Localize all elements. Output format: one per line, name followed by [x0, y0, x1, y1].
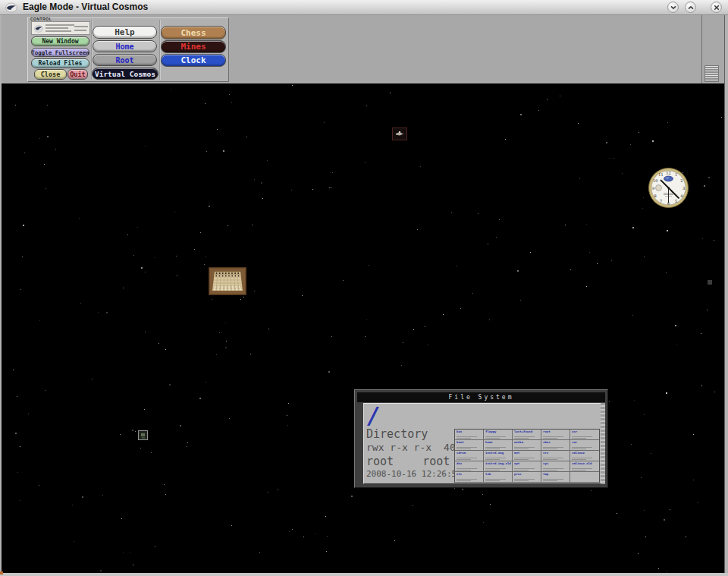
- directory-entry-cell[interactable]: root: [541, 430, 570, 440]
- star: [721, 117, 722, 118]
- close-window-button[interactable]: [711, 2, 722, 13]
- directory-entry-name: initrd.img: [485, 452, 511, 455]
- star: [20, 289, 21, 290]
- star: [246, 137, 247, 137]
- star: [642, 208, 643, 209]
- star: [121, 518, 122, 519]
- directory-entry-cell[interactable]: usr: [570, 430, 599, 440]
- star: [597, 263, 598, 264]
- window-border-right[interactable]: [724, 15, 728, 574]
- star: [199, 398, 201, 399]
- star: [520, 114, 522, 115]
- owner-value: root: [366, 455, 394, 468]
- minimize-button[interactable]: [667, 2, 679, 13]
- reload-files-button[interactable]: Reload Files: [31, 58, 89, 68]
- directory-entry-cell[interactable]: etc: [455, 472, 484, 483]
- virtual-cosmos-button[interactable]: Virtual Cosmos: [92, 68, 158, 80]
- star: [187, 446, 187, 447]
- resize-grip[interactable]: [704, 65, 719, 82]
- window-titlebar[interactable]: Eagle Mode - Virtual Cosmos: [0, 0, 728, 15]
- spaceship-thumbnail[interactable]: [392, 127, 407, 140]
- clock-numeral: 10: [653, 178, 657, 183]
- directory-entry-cell[interactable]: bin: [455, 430, 484, 440]
- star: [145, 332, 146, 332]
- mines-button[interactable]: Mines: [161, 40, 226, 53]
- directory-entry-name: lost+found: [514, 430, 540, 433]
- directory-entry-cell[interactable]: floppy: [484, 430, 513, 440]
- directory-entry-cell[interactable]: initrd.img.old: [484, 461, 513, 472]
- directory-entry-cell[interactable]: proc: [513, 472, 541, 483]
- about-thumbnail[interactable]: [31, 21, 90, 35]
- home-button[interactable]: Home: [93, 40, 157, 52]
- entry-detail-bar: [514, 479, 535, 480]
- directory-entry-cell[interactable]: sbin: [541, 440, 570, 451]
- star: [240, 299, 241, 300]
- clock-numeral: 11: [658, 172, 663, 177]
- file-permissions-line: rwx r-x r-x4096: [366, 442, 467, 453]
- directory-entry-cell[interactable]: opt: [513, 461, 541, 472]
- star: [714, 392, 715, 392]
- star: [693, 480, 694, 480]
- clock-button[interactable]: Clock: [161, 54, 226, 67]
- new-window-button[interactable]: New Window: [31, 36, 89, 46]
- star: [366, 319, 367, 320]
- directory-entry-cell[interactable]: initrd.img: [484, 451, 513, 461]
- directory-entry-cell[interactable]: tmp: [541, 472, 570, 483]
- directory-entry-name: srv: [543, 452, 569, 455]
- star: [666, 392, 667, 394]
- file-system-panel-title: File System: [357, 392, 605, 402]
- star: [155, 257, 155, 258]
- directory-entry-cell[interactable]: vmlinuz.old: [570, 461, 599, 472]
- star: [634, 400, 635, 401]
- chess-button[interactable]: Chess: [161, 26, 226, 39]
- resize-corner[interactable]: [0, 571, 3, 574]
- distant-object[interactable]: [708, 280, 712, 285]
- star: [708, 177, 710, 178]
- entry-detail-bar: [514, 438, 529, 439]
- directory-entry-cell[interactable]: vmlinuz: [570, 451, 599, 461]
- maximize-button[interactable]: [685, 2, 696, 13]
- quit-button[interactable]: Quit: [67, 69, 88, 80]
- entry-detail-bar: [457, 436, 477, 437]
- entry-detail-bar: [485, 470, 500, 471]
- star: [303, 537, 304, 537]
- file-system-panel-body[interactable]: / Directory rwx r-x r-x4096 rootroot 200…: [363, 403, 601, 484]
- chess-board-thumbnail[interactable]: [209, 267, 246, 298]
- entry-detail-bar: [543, 436, 563, 437]
- directory-entry-cell[interactable]: dev: [455, 461, 484, 472]
- about-text-bar: [46, 30, 71, 32]
- close-button[interactable]: Close: [34, 69, 67, 80]
- mini-widget-thumbnail[interactable]: [138, 430, 148, 440]
- star: [176, 256, 177, 257]
- cosmos-viewport[interactable]: 12 1 2 3 4 5 6 7 8 9 10 11: [2, 83, 723, 573]
- star: [589, 252, 590, 253]
- directory-entry-cell[interactable]: mnt: [513, 451, 541, 461]
- star: [403, 342, 403, 343]
- directory-entry-name: sbin: [543, 441, 569, 444]
- directory-entry-cell[interactable]: boot: [455, 440, 484, 451]
- directory-entry-cell[interactable]: lost+found: [513, 430, 541, 440]
- directory-entry-cell[interactable]: sys: [541, 461, 570, 472]
- window-border-left: [0, 15, 2, 574]
- star: [520, 300, 521, 301]
- file-system-panel[interactable]: File System / Directory rwx r-x r-x4096 …: [354, 389, 608, 488]
- root-button[interactable]: Root: [93, 54, 157, 66]
- directory-grid: binfloppylost+foundrootusrboothomemedias…: [454, 429, 600, 483]
- directory-entry-cell[interactable]: home: [484, 440, 513, 451]
- panel-scrollbar[interactable]: [601, 403, 605, 484]
- directory-entry-cell[interactable]: [570, 472, 599, 483]
- directory-entry-cell[interactable]: cdrom: [455, 451, 484, 461]
- help-button[interactable]: Help: [93, 26, 157, 39]
- directory-entry-cell[interactable]: lib: [484, 472, 513, 483]
- star: [366, 105, 367, 106]
- star: [225, 323, 226, 323]
- directory-entry-cell[interactable]: var: [570, 440, 599, 451]
- toggle-fullscreen-button[interactable]: Toggle Fullscreen: [31, 48, 89, 57]
- star: [644, 510, 645, 511]
- directory-entry-cell[interactable]: media: [513, 440, 541, 451]
- star: [693, 434, 694, 435]
- clock-widget[interactable]: 12 1 2 3 4 5 6 7 8 9 10 11: [648, 168, 689, 211]
- star: [268, 492, 268, 493]
- directory-entry-cell[interactable]: srv: [541, 451, 570, 461]
- star: [538, 110, 539, 111]
